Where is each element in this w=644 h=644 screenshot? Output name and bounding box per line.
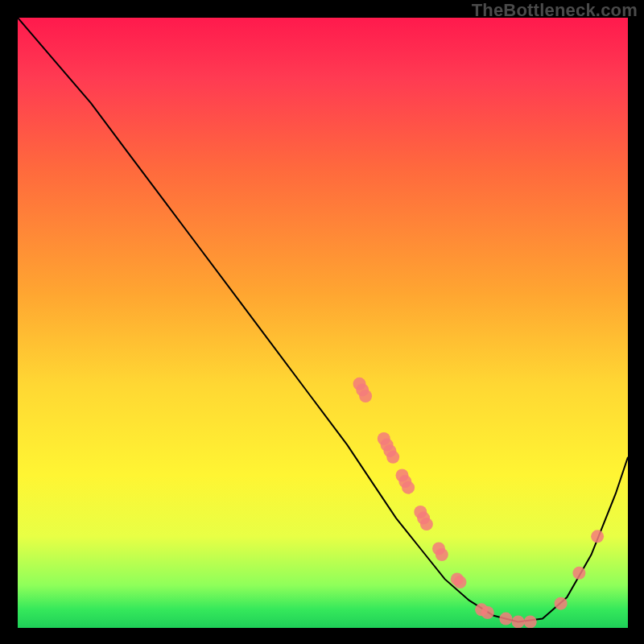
attribution-text: TheBottleneck.com bbox=[472, 0, 638, 21]
data-points bbox=[353, 378, 605, 628]
data-point bbox=[386, 451, 399, 464]
plot-area bbox=[18, 18, 628, 628]
bottleneck-curve bbox=[18, 18, 628, 621]
data-point bbox=[555, 597, 568, 610]
data-point bbox=[512, 615, 525, 628]
data-point bbox=[481, 606, 494, 619]
data-point bbox=[572, 567, 585, 580]
data-point bbox=[359, 390, 372, 402]
data-point bbox=[524, 615, 537, 628]
chart-stage: TheBottleneck.com bbox=[0, 0, 644, 644]
data-point bbox=[499, 613, 512, 625]
data-point bbox=[591, 530, 604, 543]
data-point bbox=[420, 518, 433, 530]
chart-svg bbox=[18, 18, 628, 628]
data-point bbox=[436, 548, 448, 561]
data-point bbox=[454, 576, 467, 588]
data-point bbox=[402, 481, 415, 494]
